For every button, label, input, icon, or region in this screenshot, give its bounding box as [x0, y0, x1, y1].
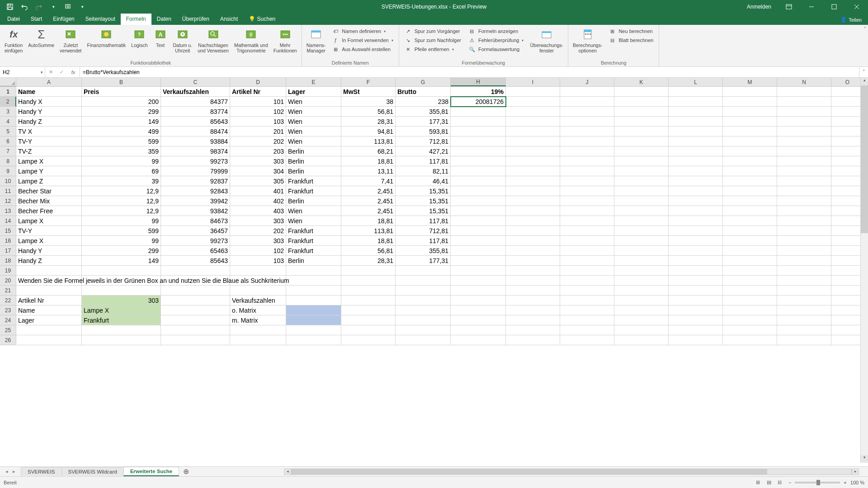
cell[interactable]	[777, 136, 831, 146]
cell[interactable]: 36457	[161, 226, 230, 236]
cell[interactable]	[669, 206, 723, 216]
logical-button[interactable]: ?Logisch	[129, 26, 149, 49]
row-header[interactable]: 21	[0, 286, 16, 296]
cell[interactable]	[777, 256, 831, 266]
cell[interactable]: 117,81	[396, 216, 451, 226]
cell[interactable]: 117,81	[396, 236, 451, 246]
cell[interactable]	[341, 266, 396, 276]
cell[interactable]	[560, 325, 614, 335]
tab-daten[interactable]: Daten	[151, 14, 177, 25]
cell[interactable]: 303	[230, 156, 286, 166]
cell[interactable]	[723, 136, 777, 146]
cell[interactable]	[669, 246, 723, 256]
cell[interactable]	[614, 127, 669, 136]
cell[interactable]	[506, 186, 560, 196]
cell[interactable]	[560, 127, 614, 136]
cell[interactable]	[669, 166, 723, 176]
cell[interactable]: 15,351	[396, 196, 451, 206]
cell[interactable]	[669, 266, 723, 276]
column-header-K[interactable]: K	[614, 78, 669, 86]
cell[interactable]: 355,81	[396, 107, 451, 117]
cell[interactable]	[396, 296, 451, 305]
vertical-scrollbar[interactable]: ▴ ▾	[860, 78, 868, 463]
cell[interactable]	[777, 266, 831, 276]
cell[interactable]	[777, 87, 831, 97]
cell[interactable]	[506, 286, 560, 296]
cell[interactable]: 68,21	[341, 146, 396, 156]
cell[interactable]: 39	[82, 176, 161, 186]
cell[interactable]: Handy Y	[16, 246, 82, 256]
undo-icon[interactable]	[19, 1, 30, 12]
cell[interactable]: Name	[16, 87, 82, 97]
cell[interactable]	[669, 325, 723, 335]
signin-button[interactable]: Anmelden	[741, 4, 777, 10]
cell[interactable]	[451, 296, 506, 305]
cell[interactable]	[614, 325, 669, 335]
hscroll-thumb[interactable]	[292, 469, 767, 474]
cell[interactable]: 39942	[161, 196, 230, 206]
cell[interactable]	[614, 276, 669, 286]
cell[interactable]: Verkaufszahlen	[161, 87, 230, 97]
cell[interactable]	[286, 276, 341, 286]
cell[interactable]	[560, 296, 614, 305]
date-time-button[interactable]: Datum u. Uhrzeit	[171, 26, 194, 54]
cell[interactable]: Wien	[286, 117, 341, 127]
cell[interactable]: 20081726	[451, 97, 506, 107]
cell[interactable]	[614, 246, 669, 256]
cell[interactable]: 712,81	[396, 226, 451, 236]
save-icon[interactable]	[5, 1, 15, 12]
cell[interactable]	[831, 107, 864, 117]
cell[interactable]	[669, 226, 723, 236]
cell[interactable]	[831, 186, 864, 196]
cell[interactable]	[614, 236, 669, 246]
cell[interactable]	[723, 325, 777, 335]
enter-formula-button[interactable]: ✓	[56, 69, 67, 75]
cell[interactable]: 99273	[161, 156, 230, 166]
column-header-J[interactable]: J	[560, 78, 614, 86]
cell[interactable]	[341, 335, 396, 345]
column-header-F[interactable]: F	[341, 78, 396, 86]
lookup-button[interactable]: Nachschlagen und Verweisen	[196, 26, 231, 54]
cell[interactable]: 85643	[161, 256, 230, 266]
cell[interactable]	[161, 315, 230, 325]
add-sheet-button[interactable]: ⊕	[179, 467, 193, 476]
cell[interactable]: Berlin	[286, 256, 341, 266]
cell[interactable]	[777, 246, 831, 256]
cell[interactable]	[341, 276, 396, 286]
cell[interactable]: 93884	[161, 136, 230, 146]
cell[interactable]: 2,451	[341, 186, 396, 196]
cell[interactable]	[506, 97, 560, 107]
cell[interactable]	[161, 305, 230, 315]
watch-window-button[interactable]: Überwachungs- fenster	[528, 26, 565, 54]
cell[interactable]	[831, 97, 864, 107]
cell[interactable]	[506, 107, 560, 117]
cell[interactable]: 13,11	[341, 166, 396, 176]
cell[interactable]	[777, 226, 831, 236]
cell[interactable]	[614, 315, 669, 325]
touch-mode-icon[interactable]	[62, 1, 73, 12]
cell[interactable]	[341, 286, 396, 296]
cell[interactable]: Handy X	[16, 97, 82, 107]
zoom-slider[interactable]	[795, 482, 840, 483]
cell[interactable]	[723, 266, 777, 276]
cell[interactable]	[341, 325, 396, 335]
cell[interactable]: 2,451	[341, 206, 396, 216]
cell[interactable]	[560, 176, 614, 186]
cell[interactable]: m. Matrix	[230, 315, 286, 325]
cell[interactable]: 149	[82, 256, 161, 266]
cell[interactable]: 93842	[161, 206, 230, 216]
cell[interactable]: 18,81	[341, 236, 396, 246]
cell[interactable]: Wien	[286, 136, 341, 146]
cell[interactable]	[831, 315, 864, 325]
cell[interactable]	[777, 156, 831, 166]
error-checking-button[interactable]: ⚠Fehlerüberprüfung ▾	[467, 36, 525, 44]
cell[interactable]	[451, 117, 506, 127]
cell[interactable]: 103	[230, 256, 286, 266]
tab-ansicht[interactable]: Ansicht	[215, 14, 243, 25]
cell[interactable]	[723, 305, 777, 315]
cell[interactable]	[451, 226, 506, 236]
cell[interactable]: 85643	[161, 117, 230, 127]
cell[interactable]	[831, 226, 864, 236]
cell[interactable]	[16, 335, 82, 345]
cell[interactable]	[723, 97, 777, 107]
